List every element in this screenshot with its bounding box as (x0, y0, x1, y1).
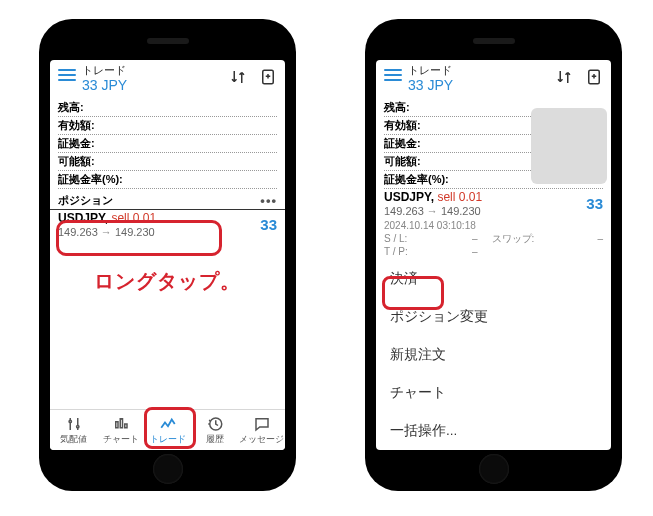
position-row[interactable]: USDJPY, sell 0.01 149.263 → 149.230 33 (50, 210, 285, 240)
price-open: 149.263 (58, 226, 98, 238)
acct-label: 証拠金率(%): (384, 172, 449, 187)
acct-label: 証拠金: (384, 136, 421, 151)
tab-history[interactable]: 履歴 (191, 410, 238, 450)
overlay-block (531, 108, 607, 184)
phone-speaker (473, 38, 515, 44)
menu-chart[interactable]: チャート (376, 374, 611, 412)
position-symbol: USDJPY, (58, 211, 108, 225)
header-title-block: トレード 33 JPY (402, 64, 555, 93)
tab-trade[interactable]: トレード (144, 410, 191, 450)
screen-left: トレード 33 JPY 残高: 有効額: 証拠金: 可能額: 証拠金率(%): … (50, 60, 285, 450)
header-title: 33 JPY (82, 77, 229, 93)
svg-point-1 (69, 420, 71, 422)
swap-label: スワップ: (492, 232, 542, 245)
header: トレード 33 JPY (50, 60, 285, 95)
new-order-icon[interactable] (585, 68, 603, 86)
acct-label: 証拠金率(%): (58, 172, 123, 187)
tab-label: 気配値 (50, 433, 97, 446)
position-symbol: USDJPY, (384, 190, 434, 204)
svg-point-2 (76, 425, 78, 427)
context-menu: 決済 ポジション変更 新規注文 チャート 一括操作... (376, 258, 611, 450)
tp-value: – (416, 245, 492, 258)
header-subtitle: トレード (82, 64, 229, 77)
arrow-right-icon: → (427, 205, 441, 217)
swap-value: – (542, 232, 604, 245)
hamburger-icon[interactable] (58, 64, 76, 84)
menu-modify-position[interactable]: ポジション変更 (376, 298, 611, 336)
price-current: 149.230 (115, 226, 155, 238)
svg-rect-4 (120, 419, 122, 428)
tab-chart[interactable]: チャート (97, 410, 144, 450)
callout-text: ロングタップ。 (50, 268, 285, 295)
acct-label: 可能額: (58, 154, 95, 169)
position-detail: 2024.10.14 03:10:18 S / L: – スワップ: – T /… (376, 219, 611, 258)
position-timestamp: 2024.10.14 03:10:18 (384, 219, 603, 232)
sort-icon[interactable] (555, 68, 573, 86)
header-subtitle: トレード (408, 64, 555, 77)
svg-rect-5 (124, 424, 126, 428)
new-order-icon[interactable] (259, 68, 277, 86)
tab-label: チャート (97, 433, 144, 446)
tab-bar: 気配値 チャート トレード 履歴 メッセージ (50, 409, 285, 450)
svg-rect-3 (115, 422, 117, 428)
tab-messages[interactable]: メッセージ (238, 410, 285, 450)
acct-label: 可能額: (384, 154, 421, 169)
position-side: sell 0.01 (437, 190, 482, 204)
position-side: sell 0.01 (111, 211, 156, 225)
price-open: 149.263 (384, 205, 424, 217)
position-row[interactable]: USDJPY, sell 0.01 149.263 → 149.230 33 (376, 189, 611, 219)
position-pl: 33 (586, 195, 603, 212)
screen-right: トレード 33 JPY 残高: 有効額: 証拠金: 可能額: 証拠金率(%): (376, 60, 611, 450)
position-pl: 33 (260, 216, 277, 233)
tab-quotes[interactable]: 気配値 (50, 410, 97, 450)
sl-label: S / L: (384, 232, 416, 245)
tab-label: メッセージ (238, 433, 285, 446)
more-icon[interactable]: ••• (260, 193, 277, 208)
home-button[interactable] (479, 454, 509, 484)
positions-heading: ポジション ••• (50, 189, 285, 209)
header-title: 33 JPY (408, 77, 555, 93)
tp-label: T / P: (384, 245, 416, 258)
acct-label: 残高: (384, 100, 410, 115)
sort-icon[interactable] (229, 68, 247, 86)
tab-label: 履歴 (191, 433, 238, 446)
menu-bulk-ops[interactable]: 一括操作... (376, 412, 611, 450)
acct-label: 証拠金: (58, 136, 95, 151)
arrow-right-icon: → (101, 226, 115, 238)
header: トレード 33 JPY (376, 60, 611, 95)
price-current: 149.230 (441, 205, 481, 217)
menu-new-order[interactable]: 新規注文 (376, 336, 611, 374)
hamburger-icon[interactable] (384, 64, 402, 84)
acct-label: 有効額: (58, 118, 95, 133)
phone-frame-right: トレード 33 JPY 残高: 有効額: 証拠金: 可能額: 証拠金率(%): (366, 20, 621, 490)
header-title-block: トレード 33 JPY (76, 64, 229, 93)
home-button[interactable] (153, 454, 183, 484)
acct-label: 有効額: (384, 118, 421, 133)
sl-value: – (416, 232, 492, 245)
account-summary: 残高: 有効額: 証拠金: 可能額: 証拠金率(%): (50, 95, 285, 189)
tab-label: トレード (144, 433, 191, 446)
phone-speaker (147, 38, 189, 44)
positions-label: ポジション (58, 193, 113, 208)
menu-close-position[interactable]: 決済 (376, 260, 611, 298)
phone-frame-left: トレード 33 JPY 残高: 有効額: 証拠金: 可能額: 証拠金率(%): … (40, 20, 295, 490)
acct-label: 残高: (58, 100, 84, 115)
